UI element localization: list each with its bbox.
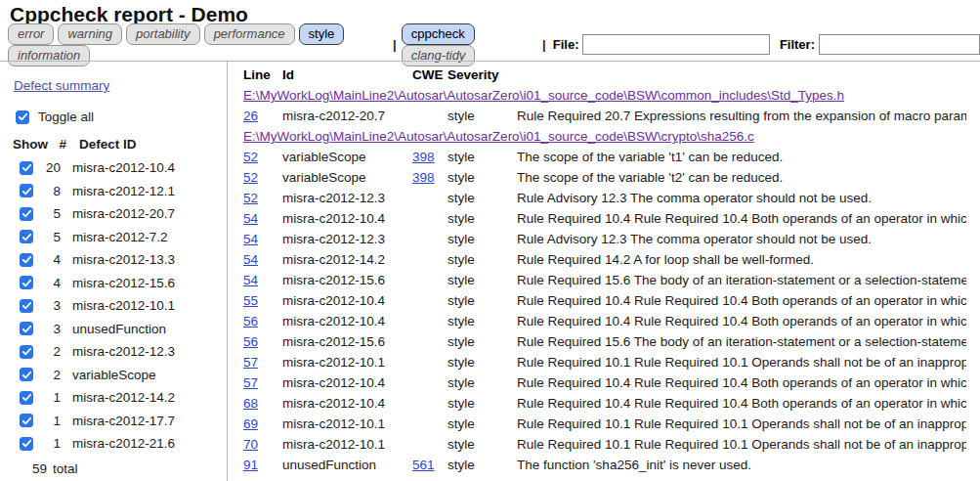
line-number-link[interactable]: 54 (243, 211, 258, 226)
total-count: 59 (23, 461, 47, 476)
table-row-defect: 54 misra-c2012-10.4 style Rule Required … (243, 208, 966, 229)
message-cell: Rule Required 10.4 Rule Required 10.4 Bo… (517, 208, 966, 229)
checkmark-icon (21, 300, 32, 311)
line-number-link[interactable]: 26 (243, 109, 258, 123)
show-column-header: Show (13, 137, 53, 152)
cwe-cell (412, 290, 447, 311)
defect-id-cell: misra-c2012-10.4 (282, 372, 412, 393)
defect-count: 2 (37, 368, 61, 382)
defect-filter-checkbox[interactable] (20, 253, 33, 267)
table-row-defect: 52 variableScope 398 style The scope of … (243, 167, 966, 188)
defect-id-column-header: Defect ID (79, 137, 137, 152)
defect-summary-link[interactable]: Defect summary (14, 78, 109, 93)
line-number-link[interactable]: 91 (243, 458, 258, 472)
line-number-link[interactable]: 57 (243, 355, 258, 370)
line-number-link[interactable]: 54 (243, 273, 258, 287)
line-number-link[interactable]: 56 (243, 314, 258, 328)
defect-filter-checkbox[interactable] (20, 161, 33, 175)
total-label: total (53, 461, 78, 476)
checkmark-icon (21, 370, 32, 380)
defect-filter-checkbox[interactable] (20, 207, 33, 221)
toggle-all-row: Toggle all (16, 109, 227, 124)
defect-id: misra-c2012-10.1 (72, 298, 175, 313)
file-path-link[interactable]: E:\MyWorkLog\MainLine2\Autosar\AutosarZe… (243, 88, 844, 103)
id-column-header: Id (282, 65, 412, 85)
line-number-link[interactable]: 55 (243, 293, 258, 308)
cwe-link[interactable]: 561 (412, 458, 435, 472)
checkmark-icon (21, 392, 32, 403)
cwe-cell: 398 (412, 147, 447, 167)
cwe-link[interactable]: 398 (412, 150, 435, 164)
checkmark-icon (21, 186, 32, 197)
table-row-file: E:\MyWorkLog\MainLine2\Autosar\AutosarZe… (243, 126, 966, 147)
severity-cell: style (447, 147, 517, 167)
line-column-header: Line (243, 65, 282, 85)
cwe-cell (412, 311, 447, 331)
message-cell: Rule Required 10.1 Rule Required 10.1 Op… (517, 434, 966, 455)
defect-filter-checkbox[interactable] (20, 230, 33, 243)
file-input[interactable] (582, 34, 769, 55)
defect-filter-checkbox[interactable] (20, 184, 33, 197)
defect-count: 1 (37, 390, 61, 405)
line-number-link[interactable]: 52 (243, 191, 258, 205)
cppcheck-filter-button[interactable]: cppcheck (402, 23, 475, 45)
line-number-link[interactable]: 54 (243, 232, 258, 246)
line-number-link[interactable]: 69 (243, 416, 258, 431)
cwe-cell (412, 270, 447, 290)
error-filter-button[interactable]: error (8, 23, 54, 45)
line-number-link[interactable]: 70 (243, 437, 258, 452)
message-cell: Rule Required 10.4 Rule Required 10.4 Bo… (517, 393, 966, 414)
defect-id-cell: variableScope (282, 147, 412, 167)
defect-filter-checkbox[interactable] (20, 322, 33, 335)
defect-id: variableScope (72, 368, 156, 382)
cwe-link[interactable]: 398 (412, 170, 435, 185)
portability-filter-button[interactable]: portability (126, 23, 200, 45)
cwe-cell (412, 229, 447, 249)
table-row-defect: 68 misra-c2012-10.4 style Rule Required … (243, 393, 966, 414)
defect-count: 8 (37, 184, 61, 198)
defect-filter-row: 4 misra-c2012-13.3 (0, 248, 227, 272)
message-cell: Rule Required 15.6 The body of an iterat… (517, 331, 966, 352)
file-path-link[interactable]: E:\MyWorkLog\MainLine2\Autosar\AutosarZe… (243, 129, 754, 144)
defect-filter-checkbox[interactable] (20, 414, 33, 427)
checkmark-icon (21, 415, 32, 426)
checkmark-icon (21, 438, 32, 449)
defect-filter-checkbox[interactable] (20, 391, 33, 405)
line-number-link[interactable]: 54 (243, 252, 258, 267)
line-number-link[interactable]: 56 (243, 334, 258, 349)
defect-filter-checkbox[interactable] (20, 368, 33, 381)
defect-id-cell: misra-c2012-10.4 (282, 208, 412, 229)
line-number-link[interactable]: 52 (243, 170, 258, 185)
defect-id: misra-c2012-21.6 (72, 436, 175, 451)
line-number-link[interactable]: 52 (243, 150, 258, 164)
style-filter-button[interactable]: style (299, 23, 345, 45)
defect-id: misra-c2012-7.2 (72, 230, 168, 244)
cwe-cell (412, 393, 447, 414)
defect-filter-row: 3 misra-c2012-10.1 (0, 294, 227, 318)
filter-input[interactable] (819, 34, 980, 55)
table-row-defect: 56 misra-c2012-15.6 style Rule Required … (243, 331, 966, 352)
checkmark-icon (21, 232, 32, 242)
message-cell: Rule Required 10.4 Rule Required 10.4 Bo… (517, 372, 966, 393)
severity-cell: style (447, 106, 517, 126)
line-number-link[interactable]: 57 (243, 375, 258, 390)
total-row: 59 total (0, 458, 227, 481)
warning-filter-button[interactable]: warning (58, 23, 122, 45)
performance-filter-button[interactable]: performance (204, 23, 295, 45)
defect-filter-checkbox[interactable] (20, 299, 33, 313)
defect-id: misra-c2012-17.7 (72, 414, 175, 428)
filter-label: Filter: (780, 37, 815, 52)
defect-filter-checkbox[interactable] (20, 437, 33, 451)
tool-button-group: cppcheckclang-tidy (402, 23, 540, 66)
message-cell: Rule Required 10.1 Rule Required 10.1 Op… (517, 352, 966, 372)
cwe-cell (412, 352, 447, 372)
defect-id-cell: unusedFunction (282, 455, 412, 475)
line-number-link[interactable]: 68 (243, 396, 258, 411)
defect-filter-checkbox[interactable] (20, 276, 33, 289)
severity-cell: style (447, 167, 517, 188)
toggle-all-checkbox[interactable] (16, 110, 29, 124)
defect-id: misra-c2012-12.3 (72, 344, 175, 359)
defect-filter-checkbox[interactable] (20, 345, 33, 359)
severity-button-group: errorwarningportabilityperformancestylei… (8, 23, 391, 66)
severity-cell: style (447, 372, 517, 393)
